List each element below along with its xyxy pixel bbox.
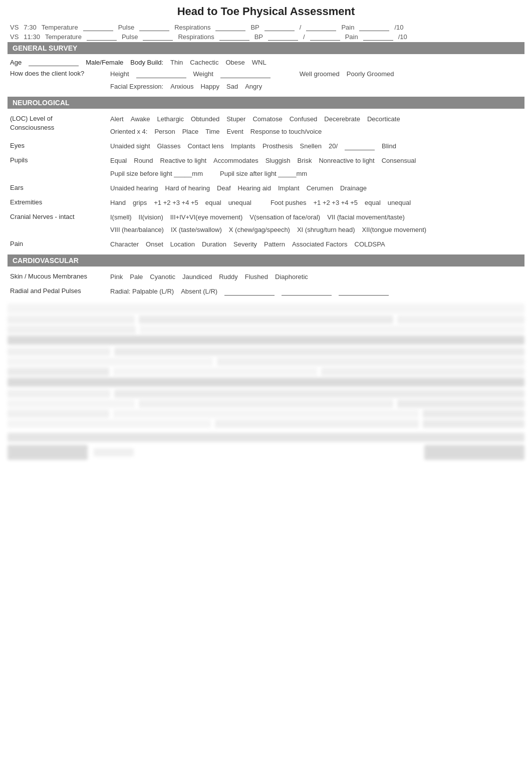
pain-severity[interactable]: Severity (233, 239, 257, 250)
pain-coldspa[interactable]: COLDSPA (355, 239, 385, 250)
temp-field-1[interactable] (83, 23, 113, 31)
ears-hard[interactable]: Hard of hearing (165, 183, 210, 194)
well-groomed[interactable]: Well groomed (300, 69, 340, 80)
pain-onset[interactable]: Onset (146, 239, 163, 250)
skin-pale[interactable]: Pale (130, 272, 143, 283)
eyes-unaided[interactable]: Unaided sight (110, 141, 150, 152)
loc-obtunded[interactable]: Obtunded (191, 114, 219, 125)
cn-xi[interactable]: XI (shrug/turn head) (297, 224, 355, 235)
radial-field1[interactable] (224, 288, 275, 296)
eyes-acuity-field[interactable] (345, 142, 375, 150)
pain-pattern[interactable]: Pattern (264, 239, 285, 250)
ears-drainage[interactable]: Drainage (340, 183, 367, 194)
ext-foot-scale[interactable]: +1 +2 +3 +4 +5 (313, 197, 358, 208)
pupils-consensual[interactable]: Consensual (382, 155, 416, 166)
facial-anxious[interactable]: Anxious (170, 81, 193, 92)
bb-cachectic[interactable]: Cachectic (190, 59, 218, 66)
weight-field[interactable] (220, 70, 271, 78)
pain-associated[interactable]: Associated Factors (292, 239, 348, 250)
pupils-nonreactive[interactable]: Nonreactive to light (319, 155, 374, 166)
facial-angry[interactable]: Angry (245, 81, 262, 92)
ears-cerumen[interactable]: Cerumen (307, 183, 333, 194)
bb-thin[interactable]: Thin (170, 59, 183, 66)
height-field[interactable] (136, 70, 186, 78)
loc-stuper[interactable]: Stuper (226, 114, 245, 125)
eyes-snellen[interactable]: Snellen (300, 141, 322, 152)
pain-field-2[interactable] (363, 33, 393, 41)
ext-grips[interactable]: grips (133, 197, 147, 208)
age-field[interactable] (29, 58, 79, 66)
oriented-person[interactable]: Person (154, 126, 175, 137)
loc-confused[interactable]: Confused (290, 114, 318, 125)
resp-field-2[interactable] (219, 33, 249, 41)
ears-unaided[interactable]: Unaided hearing (110, 183, 158, 194)
cn-xii[interactable]: XII(tongue movement) (362, 224, 427, 235)
skin-diaphoretic[interactable]: Diaphoretic (275, 272, 308, 283)
ext-equal[interactable]: equal (205, 197, 221, 208)
cn-v[interactable]: V(sensation of face/oral) (249, 212, 320, 223)
poorly-groomed[interactable]: Poorly Groomed (347, 69, 394, 80)
skin-jaundiced[interactable]: Jaundiced (182, 272, 212, 283)
pupils-reactive[interactable]: Reactive to light (160, 155, 207, 166)
bb-wnl[interactable]: WNL (252, 59, 267, 66)
eyes-contact[interactable]: Contact lens (187, 141, 223, 152)
eyes-blind[interactable]: Blind (382, 141, 396, 152)
pupils-sluggish[interactable]: Sluggish (265, 155, 291, 166)
pulse-field-1[interactable] (139, 23, 169, 31)
eyes-implants[interactable]: Implants (231, 141, 255, 152)
cn-x[interactable]: X (chew/gag/speech) (229, 224, 290, 235)
oriented-event[interactable]: Event (227, 126, 243, 137)
pupils-brisk[interactable]: Brisk (298, 155, 312, 166)
bb-obese[interactable]: Obese (225, 59, 244, 66)
pain-field-1[interactable] (359, 23, 389, 31)
pain-location[interactable]: Location (170, 239, 195, 250)
ears-hearing-aid[interactable]: Hearing aid (238, 183, 272, 194)
cn-i[interactable]: I(smell) (110, 212, 132, 223)
cn-ii[interactable]: II(vision) (139, 212, 163, 223)
radial-palpable[interactable]: Radial: Palpable (L/R) (110, 286, 174, 297)
facial-happy[interactable]: Happy (200, 81, 219, 92)
loc-comatose[interactable]: Comatose (252, 114, 282, 125)
cn-vii[interactable]: VII (facial movement/taste) (327, 212, 405, 223)
cn-iii[interactable]: III+IV+VI(eye movement) (170, 212, 243, 223)
radial-field2[interactable] (282, 288, 332, 296)
ext-foot-equal[interactable]: equal (365, 197, 381, 208)
ext-unequal[interactable]: unequal (228, 197, 251, 208)
ext-foot-unequal[interactable]: unequal (388, 197, 411, 208)
facial-sad[interactable]: Sad (226, 81, 238, 92)
oriented-response[interactable]: Response to touch/voice (250, 126, 322, 137)
bp-field-2a[interactable] (268, 33, 298, 41)
ext-hand-scale[interactable]: +1 +2 +3 +4 +5 (154, 197, 198, 208)
loc-lethargic[interactable]: Lethargic (157, 114, 184, 125)
eyes-prosthesis[interactable]: Prosthesis (262, 141, 293, 152)
skin-flushed[interactable]: Flushed (245, 272, 268, 283)
ext-hand[interactable]: Hand (110, 197, 126, 208)
ears-implant[interactable]: Implant (278, 183, 300, 194)
skin-pink[interactable]: Pink (110, 272, 123, 283)
loc-alert[interactable]: Alert (110, 114, 124, 125)
loc-decorticate[interactable]: Decorticate (367, 114, 400, 125)
oriented-time[interactable]: Time (205, 126, 219, 137)
eyes-20[interactable]: 20/ (329, 141, 338, 152)
oriented-place[interactable]: Place (182, 126, 199, 137)
ears-deaf[interactable]: Deaf (217, 183, 230, 194)
pupils-equal[interactable]: Equal (110, 155, 127, 166)
temp-field-2[interactable] (87, 33, 117, 41)
radial-absent[interactable]: Absent (L/R) (181, 286, 217, 297)
pulse-field-2[interactable] (143, 33, 173, 41)
loc-decerebrate[interactable]: Decerebrate (324, 114, 360, 125)
pain-character[interactable]: Character (110, 239, 139, 250)
bp-field-1b[interactable] (306, 23, 336, 31)
bp-field-2b[interactable] (310, 33, 340, 41)
cn-viii[interactable]: VIII (hear/balance) (110, 224, 164, 235)
pupils-accommodates[interactable]: Accommodates (213, 155, 258, 166)
skin-ruddy[interactable]: Ruddy (219, 272, 238, 283)
bp-field-1a[interactable] (264, 23, 295, 31)
ext-foot[interactable]: Foot pushes (271, 197, 307, 208)
loc-awake[interactable]: Awake (131, 114, 150, 125)
cn-ix[interactable]: IX (taste/swallow) (171, 224, 222, 235)
skin-cyanotic[interactable]: Cyanotic (150, 272, 175, 283)
eyes-glasses[interactable]: Glasses (157, 141, 181, 152)
radial-field3[interactable] (339, 288, 389, 296)
pain-duration[interactable]: Duration (202, 239, 226, 250)
